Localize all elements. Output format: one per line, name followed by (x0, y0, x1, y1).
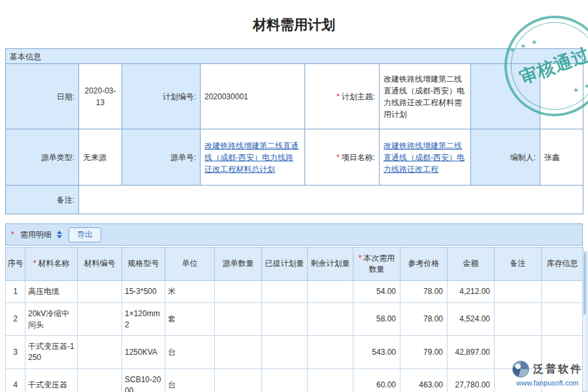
table-cell: 台 (165, 336, 215, 369)
column-header: 库存信息 (542, 248, 583, 281)
table-row[interactable]: 3干式变压器-12501250KVA台543.0079.0042,897.00 (6, 336, 583, 369)
column-header: 金额 (448, 248, 495, 281)
table-cell (78, 302, 122, 336)
table-cell: 27,780.00 (448, 368, 495, 392)
table-cell (542, 281, 583, 303)
column-header: 已提计划量 (262, 248, 308, 281)
date-value: 2020-03-13 (79, 64, 122, 129)
table-cell: 42,897.00 (448, 336, 495, 369)
column-header: 剩余计划量 (308, 248, 353, 281)
table-cell (78, 336, 122, 369)
table-cell: 20kV冷缩中间头 (25, 302, 78, 336)
form-row: 日期: 2020-03-13 计划编号: 2020030001 *计划主题: 改… (6, 64, 583, 129)
table-cell: 2 (6, 302, 25, 336)
table-cell: 1×120mm2 (122, 302, 165, 336)
table-cell: 60.00 (353, 368, 400, 392)
sort-icon[interactable] (57, 231, 62, 238)
column-header: 备注 (495, 248, 542, 281)
source-no-link[interactable]: 改建铁路线增建第二线直通线（成都-西安）电力线路迁改工程材料总计划 (204, 141, 299, 174)
table-cell: 58.00 (353, 302, 400, 336)
vertical-scrollbar[interactable] (582, 251, 587, 392)
required-mark: * (11, 230, 14, 239)
plan-subject-value: 改建铁路线增建第二线直通线（成都-西安）电力线路迁改工程材料需用计划 (380, 64, 471, 129)
source-type-label: 源单类型: (6, 129, 79, 186)
table-cell: SCB10-2000 (122, 368, 165, 392)
table-cell: 54.00 (353, 281, 400, 303)
table-cell (308, 368, 353, 392)
form-row: 备注: (6, 186, 583, 214)
table-cell: 15-3*500 (122, 281, 165, 303)
table-cell: 4,212.00 (448, 281, 495, 303)
table-cell (215, 281, 262, 303)
brand-row: 泛普软件 (512, 361, 583, 378)
table-cell: 套 (165, 302, 215, 336)
column-header: 规格型号 (122, 248, 165, 281)
basic-info-section-header: 基本信息 (5, 48, 583, 64)
detail-table-body: 1高压电缆15-3*500米54.0078.004,212.00220kV冷缩中… (6, 281, 583, 392)
remark-value (79, 186, 583, 214)
table-cell (495, 302, 542, 336)
table-cell: 干式变压器-1250 (25, 336, 78, 369)
table-cell: 高压电缆 (25, 281, 78, 303)
table-cell (262, 368, 308, 392)
required-mark: * (336, 153, 340, 162)
page: 材料需用计划 审核通过 ★ ★ ★ ★ ★ ★ 基本信息 日期: 2020-03… (0, 0, 588, 392)
table-cell: 78.00 (400, 302, 448, 336)
plan-no-value: 2020030001 (201, 64, 305, 129)
detail-section-title: 需用明细 (20, 229, 52, 240)
table-cell: 1 (6, 281, 25, 303)
plan-no-label: 计划编号: (122, 64, 201, 129)
source-no-value: 改建铁路线增建第二线直通线（成都-西安）电力线路迁改工程材料总计划 (201, 129, 305, 186)
table-cell: 4,524.00 (448, 302, 495, 336)
table-row[interactable]: 220kV冷缩中间头1×120mm2套58.0078.004,524.00 (6, 302, 583, 336)
table-cell (542, 302, 583, 336)
table-cell (215, 336, 262, 369)
detail-section-bar: * 需用明细 导出 (5, 223, 583, 246)
required-mark: * (33, 259, 37, 268)
form-row: 源单类型: 无来源 源单号: 改建铁路线增建第二线直通线（成都-西安）电力线路迁… (6, 129, 583, 186)
table-row[interactable]: 4干式变压器SCB10-2000台60.00463.0027,780.00 (6, 368, 583, 392)
project-value: 改建铁路线增建第二线直通线（成都-西安）电力线路迁改工程 (380, 129, 471, 186)
table-cell (495, 281, 542, 303)
label-text: 项目名称: (342, 153, 375, 162)
table-cell (78, 281, 122, 303)
project-link[interactable]: 改建铁路线增建第二线直通线（成都-西安）电力线路迁改工程 (384, 141, 465, 174)
table-cell: 4 (6, 368, 25, 392)
required-mark: * (359, 253, 362, 263)
brand-name: 泛普软件 (533, 363, 583, 376)
column-header: *材料名称 (25, 248, 78, 281)
scrollbar-thumb[interactable] (583, 252, 586, 315)
page-title: 材料需用计划 (0, 0, 588, 48)
table-cell: 干式变压器 (25, 368, 78, 392)
table-cell (262, 302, 308, 336)
column-header: *本次需用数量 (353, 248, 400, 281)
plan-subject-label: *计划主题: (305, 64, 380, 129)
stamp-text: 审核通过 (516, 42, 588, 90)
source-type-value: 无来源 (79, 129, 122, 186)
table-cell (308, 336, 353, 369)
date-label: 日期: (6, 64, 79, 129)
table-row[interactable]: 1高压电缆15-3*500米54.0078.004,212.00 (6, 281, 583, 303)
column-header: 材料编号 (78, 248, 122, 281)
table-cell (78, 368, 122, 392)
fanpu-logo-icon (512, 361, 529, 378)
column-header: 参考价格 (400, 248, 448, 281)
table-cell: 463.00 (400, 368, 448, 392)
label-text: 计划主题: (342, 92, 375, 101)
remark-label: 备注: (6, 186, 79, 214)
detail-table-head: 序号*材料名称材料编号规格型号单位源单数量已提计划量剩余计划量*本次需用数量参考… (6, 248, 583, 281)
export-button[interactable]: 导出 (69, 227, 101, 242)
detail-table: 序号*材料名称材料编号规格型号单位源单数量已提计划量剩余计划量*本次需用数量参考… (5, 247, 583, 392)
table-cell (215, 302, 262, 336)
table-cell (262, 281, 308, 303)
project-label: *项目名称: (305, 129, 380, 186)
column-header: 源单数量 (215, 248, 262, 281)
creator-label: 编制人: (471, 129, 540, 186)
detail-header-row: 序号*材料名称材料编号规格型号单位源单数量已提计划量剩余计划量*本次需用数量参考… (6, 248, 583, 281)
stamp-stars-icon: ★ ★ ★ (572, 77, 588, 95)
basic-info-table: 日期: 2020-03-13 计划编号: 2020030001 *计划主题: 改… (5, 63, 583, 214)
column-header: 单位 (165, 248, 215, 281)
vendor-watermark: 泛普软件 www.fanpusoft.com (512, 361, 583, 387)
table-cell: 79.00 (400, 336, 448, 369)
table-cell (308, 302, 353, 336)
